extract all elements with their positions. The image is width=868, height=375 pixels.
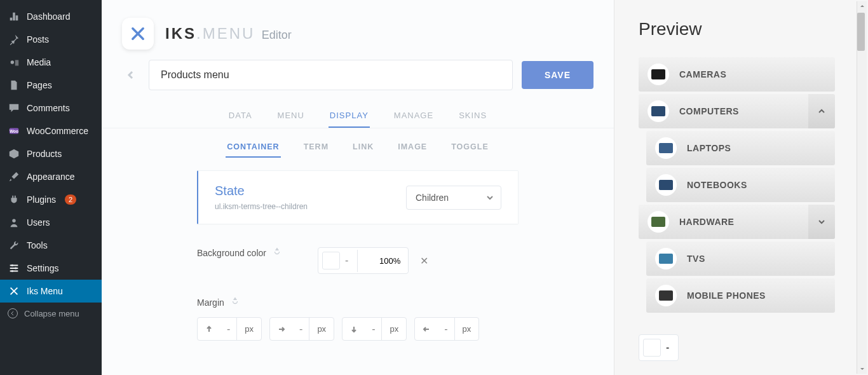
sidebar-item-iks-menu[interactable]: Iks Menu xyxy=(0,280,102,303)
logo-main: IKS xyxy=(165,25,196,42)
subtab-link[interactable]: LINK xyxy=(351,137,375,158)
svg-point-3 xyxy=(12,219,15,222)
sidebar-label: Comments xyxy=(27,103,70,113)
app-logo xyxy=(122,18,154,50)
sidebar-label: Pages xyxy=(27,80,52,90)
preview-item-label: COMPUTERS xyxy=(679,106,739,116)
arrow-down-icon xyxy=(342,319,365,339)
preview-item[interactable]: LAPTOPS xyxy=(646,131,835,165)
preview-thumb xyxy=(648,100,669,122)
sidebar-item-settings[interactable]: Settings xyxy=(0,257,102,280)
dashboard-icon xyxy=(8,10,20,23)
arrow-right-icon xyxy=(270,319,293,339)
logo-rest: .MENU xyxy=(196,25,255,42)
sidebar-label: Users xyxy=(27,217,50,228)
tab-display[interactable]: DISPLAY xyxy=(329,104,370,128)
sidebar-item-woocommerce[interactable]: Woo WooCommerce xyxy=(0,119,102,142)
preview-thumb xyxy=(655,137,677,159)
window-scrollbar[interactable] xyxy=(857,1,867,374)
reset-icon[interactable] xyxy=(231,297,240,308)
settings-panel: State ul.iksm-terms-tree--children Child… xyxy=(102,164,614,353)
svg-point-4 xyxy=(11,264,14,267)
editor-header: IKS.MENU Editor xyxy=(102,0,614,60)
sidebar-item-users[interactable]: Users xyxy=(0,211,102,234)
bg-color-field: Background color - ✕ xyxy=(197,247,519,274)
tab-skins[interactable]: SKINS xyxy=(458,104,488,128)
sidebar-item-media[interactable]: Media xyxy=(0,51,102,74)
color-swatch xyxy=(643,339,661,357)
sidebar-item-dashboard[interactable]: Dashboard xyxy=(0,5,102,28)
margin-field: Margin - px - px - px xyxy=(197,297,519,341)
preview-item[interactable]: NOTEBOOKS xyxy=(646,168,835,202)
scrollbar-thumb[interactable] xyxy=(857,13,865,51)
subtab-term[interactable]: TERM xyxy=(302,137,330,158)
sliders-icon xyxy=(8,262,20,275)
svg-point-5 xyxy=(15,267,17,269)
sidebar-item-pages[interactable]: Pages xyxy=(0,74,102,97)
tab-manage[interactable]: MANAGE xyxy=(393,104,435,128)
preview-list: CAMERASCOMPUTERSLAPTOPSNOTEBOOKSHARDWARE… xyxy=(639,57,835,313)
subtab-image[interactable]: IMAGE xyxy=(397,137,428,158)
tab-menu[interactable]: MENU xyxy=(276,104,306,128)
preview-item[interactable]: HARDWARE xyxy=(639,205,835,239)
sidebar-label: Tools xyxy=(27,240,48,250)
svg-text:Woo: Woo xyxy=(10,129,18,133)
preview-item-label: CAMERAS xyxy=(679,69,726,79)
sidebar-label: Settings xyxy=(27,263,59,273)
margin-bottom-input[interactable]: - px xyxy=(342,317,407,341)
subtab-toggle[interactable]: TOGGLE xyxy=(450,137,490,158)
svg-point-0 xyxy=(11,60,14,64)
app-subtitle: Editor xyxy=(262,29,292,41)
clear-color-button[interactable]: ✕ xyxy=(416,251,432,271)
opacity-input[interactable] xyxy=(357,250,408,272)
sidebar-item-comments[interactable]: Comments xyxy=(0,97,102,119)
margin-left-input[interactable]: - px xyxy=(414,317,479,341)
bg-label: Background color xyxy=(197,248,266,258)
preview-item[interactable]: TVS xyxy=(646,242,835,276)
menu-title-input[interactable] xyxy=(149,60,513,90)
pin-icon xyxy=(8,33,20,46)
subtab-container[interactable]: CONTAINER xyxy=(226,137,280,158)
preview-color-box[interactable]: - xyxy=(639,334,679,361)
wp-admin-sidebar: Dashboard Posts Media Pages Comments Woo… xyxy=(0,0,102,375)
preview-thumb xyxy=(648,64,669,85)
preview-toggle[interactable] xyxy=(808,205,835,239)
margin-top-input[interactable]: - px xyxy=(197,317,262,341)
plugins-badge: 2 xyxy=(65,194,76,205)
preview-item[interactable]: CAMERAS xyxy=(639,57,835,92)
tab-data[interactable]: DATA xyxy=(227,104,254,128)
color-swatch xyxy=(322,252,340,269)
iks-icon xyxy=(8,285,20,297)
preview-item-label: TVS xyxy=(687,254,705,264)
sidebar-item-plugins[interactable]: Plugins 2 xyxy=(0,188,102,211)
sidebar-item-products[interactable]: Products xyxy=(0,142,102,165)
sidebar-item-appearance[interactable]: Appearance xyxy=(0,165,102,188)
scroll-up-icon xyxy=(857,1,867,11)
color-picker[interactable]: - xyxy=(318,247,409,274)
margin-right-input[interactable]: - px xyxy=(269,317,334,341)
save-button[interactable]: SAVE xyxy=(522,61,593,89)
page-icon xyxy=(8,79,20,92)
preview-item-label: LAPTOPS xyxy=(687,143,731,153)
plug-icon xyxy=(8,193,20,206)
color-value: - xyxy=(344,255,357,266)
collapse-menu[interactable]: Collapse menu xyxy=(0,303,102,324)
comment-icon xyxy=(8,102,20,114)
arrow-left-icon xyxy=(415,319,438,339)
preview-title: Preview xyxy=(639,19,835,39)
box-icon xyxy=(8,147,20,160)
preview-item[interactable]: MOBILE PHONES xyxy=(646,278,835,313)
preview-pane: Preview CAMERASCOMPUTERSLAPTOPSNOTEBOOKS… xyxy=(614,0,868,375)
svg-point-6 xyxy=(11,270,14,273)
sidebar-item-tools[interactable]: Tools xyxy=(0,234,102,257)
reset-icon[interactable] xyxy=(273,247,281,259)
editor-main: IKS.MENU Editor SAVE DATA MENU DISPLAY M… xyxy=(102,0,614,375)
preview-item[interactable]: COMPUTERS xyxy=(639,94,835,128)
preview-toggle[interactable] xyxy=(808,94,835,128)
back-button[interactable] xyxy=(122,66,140,84)
state-dropdown[interactable]: Children xyxy=(406,186,501,210)
margin-label: Margin xyxy=(197,297,224,308)
secondary-tabs: CONTAINER TERM LINK IMAGE TOGGLE xyxy=(102,128,614,164)
sidebar-label: Appearance xyxy=(27,172,75,182)
sidebar-item-posts[interactable]: Posts xyxy=(0,28,102,51)
